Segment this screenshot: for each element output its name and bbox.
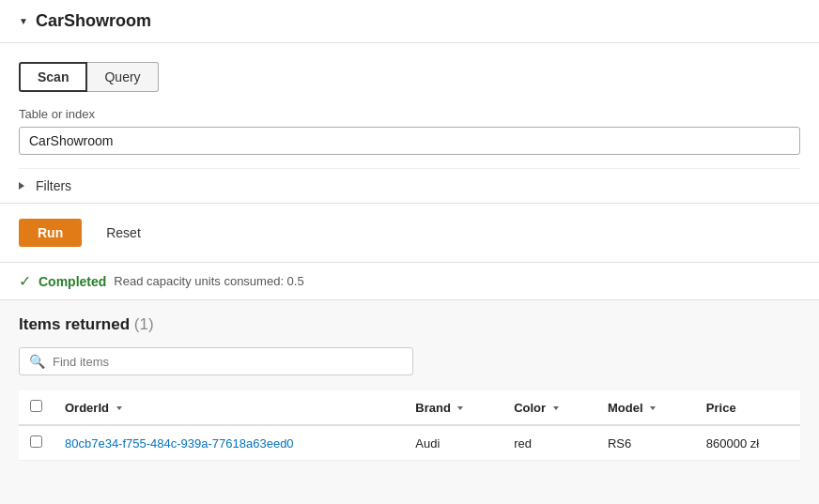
header-bar: ▼ CarShowroom xyxy=(0,0,819,43)
orderid-link[interactable]: 80cb7e34-f755-484c-939a-77618a63eed0 xyxy=(65,436,294,451)
cell-brand: Audi xyxy=(404,425,502,461)
results-header: Items returned (1) xyxy=(19,315,800,334)
table-field-group: Table or index CarShowroom xyxy=(19,107,800,155)
data-table: OrderId Brand Color Model Price xyxy=(19,390,800,461)
table-field-label: Table or index xyxy=(19,107,800,121)
tab-row: Scan Query xyxy=(19,62,800,92)
status-completed-label: Completed xyxy=(39,274,106,289)
reset-button[interactable]: Reset xyxy=(97,219,150,247)
sort-icon-orderid xyxy=(116,406,122,410)
actions-bar: Run Reset xyxy=(0,204,819,263)
cell-model: RS6 xyxy=(596,425,695,461)
filters-row[interactable]: Filters xyxy=(19,168,800,203)
cell-orderid: 80cb7e34-f755-484c-939a-77618a63eed0 xyxy=(54,425,404,461)
filters-label: Filters xyxy=(36,178,71,193)
select-all-col xyxy=(19,390,54,425)
tab-scan[interactable]: Scan xyxy=(19,62,87,92)
col-header-price: Price xyxy=(695,390,800,425)
row-checkbox[interactable] xyxy=(30,435,42,448)
col-header-model[interactable]: Model xyxy=(596,390,695,425)
col-header-color[interactable]: Color xyxy=(502,390,596,425)
search-input[interactable] xyxy=(53,355,403,369)
completed-icon: ✓ xyxy=(19,272,31,290)
results-title: Items returned xyxy=(19,315,130,333)
filters-expand-icon xyxy=(19,182,24,190)
col-header-orderid[interactable]: OrderId xyxy=(54,390,404,425)
cell-price: 860000 zł xyxy=(695,425,800,461)
search-icon: 🔍 xyxy=(29,354,45,369)
sort-icon-color xyxy=(553,406,559,410)
collapse-icon[interactable]: ▼ xyxy=(19,16,28,26)
tab-query[interactable]: Query xyxy=(87,62,158,92)
col-header-brand[interactable]: Brand xyxy=(404,390,502,425)
page-title: CarShowroom xyxy=(36,11,151,31)
sort-icon-model xyxy=(650,406,656,410)
cell-color: red xyxy=(502,425,596,461)
main-content: Scan Query Table or index CarShowroom Fi… xyxy=(0,43,819,204)
run-button[interactable]: Run xyxy=(19,219,82,247)
results-count: (1) xyxy=(134,315,154,333)
status-info-text: Read capacity units consumed: 0.5 xyxy=(114,274,303,288)
table-header-row: OrderId Brand Color Model Price xyxy=(19,390,800,425)
select-all-checkbox[interactable] xyxy=(30,400,42,412)
table-row: 80cb7e34-f755-484c-939a-77618a63eed0Audi… xyxy=(19,425,800,461)
sort-icon-brand xyxy=(457,406,463,410)
status-bar: ✓ Completed Read capacity units consumed… xyxy=(0,263,819,300)
table-input[interactable]: CarShowroom xyxy=(19,127,800,155)
search-box: 🔍 xyxy=(19,347,413,375)
results-section: Items returned (1) 🔍 OrderId Brand xyxy=(0,300,819,476)
row-checkbox-cell xyxy=(19,425,54,461)
